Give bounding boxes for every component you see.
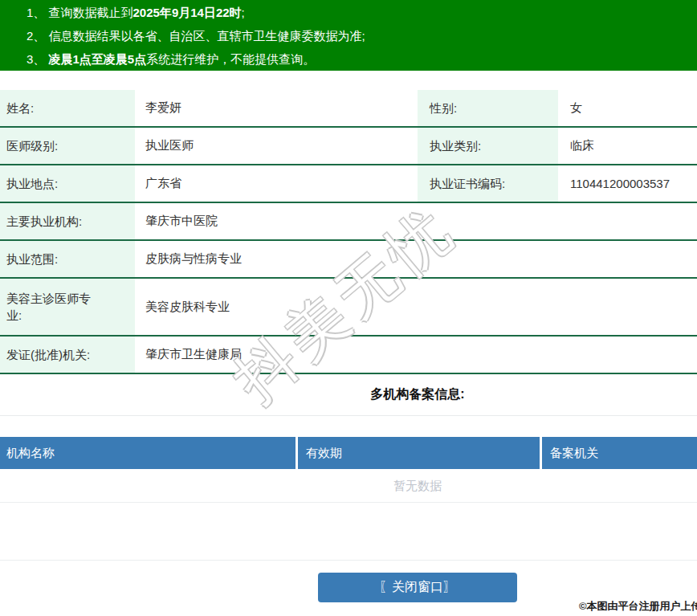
table-row: 美容主诊医师专业: 美容皮肤科专业 [0,279,697,337]
name-value: 李爱妍 [135,90,418,126]
column-header-validity-period: 有效期 [298,437,540,469]
cosmetic-specialty-label: 美容主诊医师专业: [0,279,135,335]
notice-number: 1、 [26,6,45,19]
notice-line-1: 1、 查询数据截止到2025年9月14日22时; [26,1,697,24]
column-header-record-authority: 备案机关 [542,437,697,469]
main-institution-label: 主要执业机构: [0,203,135,239]
table-row: 发证(批准)机关: 肇庆市卫生健康局 [0,337,697,374]
table-row: 主要执业机构: 肇庆市中医院 [0,203,697,241]
practice-scope-label: 执业范围: [0,241,135,277]
multi-org-section-title: 多机构备案信息: [0,386,697,416]
doctor-level-value: 执业医师 [135,128,418,164]
notice-number: 3、 [26,52,45,66]
practice-location-value: 广东省 [135,165,418,202]
practice-location-label: 执业地点: [0,165,135,202]
table-row: 姓名: 李爱妍 性别: 女 [0,90,697,128]
main-institution-value: 肇庆市中医院 [135,203,697,239]
gender-value: 女 [558,90,697,126]
license-number-value: 110441200003537 [558,165,697,202]
table-row: 执业地点: 广东省 执业证书编码: 110441200003537 [0,165,697,203]
license-number-label: 执业证书编码: [418,165,558,202]
empty-data-placeholder: 暂无数据 [0,469,697,503]
gender-label: 性别: [418,90,558,126]
spacer-row [0,503,697,561]
issuing-authority-value: 肇庆市卫生健康局 [135,337,697,373]
notice-banner: 1、 查询数据截止到2025年9月14日22时; 2、 信息数据结果以各省、自治… [0,0,697,71]
uploader-stamp-text: ©本图由平台注册用户上传 [579,599,697,614]
cosmetic-specialty-value: 美容皮肤科专业 [135,279,697,335]
column-header-institution-name: 机构名称 [0,437,296,469]
close-window-button[interactable]: 〖关闭窗口〗 [318,573,517,602]
practice-category-value: 临床 [558,128,697,164]
page-container: 1、 查询数据截止到2025年9月14日22时; 2、 信息数据结果以各省、自治… [0,0,697,602]
practice-scope-value: 皮肤病与性病专业 [135,241,697,277]
doctor-level-label: 医师级别: [0,128,135,164]
notice-line-2: 2、 信息数据结果以各省、自治区、直辖市卫生健康委数据为准; [26,24,697,47]
practice-category-label: 执业类别: [418,128,558,164]
multi-org-table-header: 机构名称 有效期 备案机关 [0,437,697,469]
name-label: 姓名: [0,90,135,126]
button-row: 〖关闭窗口〗 [0,561,697,602]
table-row: 执业范围: 皮肤病与性病专业 [0,241,697,279]
table-row: 医师级别: 执业医师 执业类别: 临床 [0,128,697,165]
issuing-authority-label: 发证(批准)机关: [0,337,135,373]
notice-line-3: 3、 凌晨1点至凌晨5点系统进行维护，不能提供查询。 [26,47,697,71]
notice-number: 2、 [26,29,45,43]
doctor-details-table: 姓名: 李爱妍 性别: 女 医师级别: 执业医师 执业类别: 临床 执业地点: … [0,90,697,374]
